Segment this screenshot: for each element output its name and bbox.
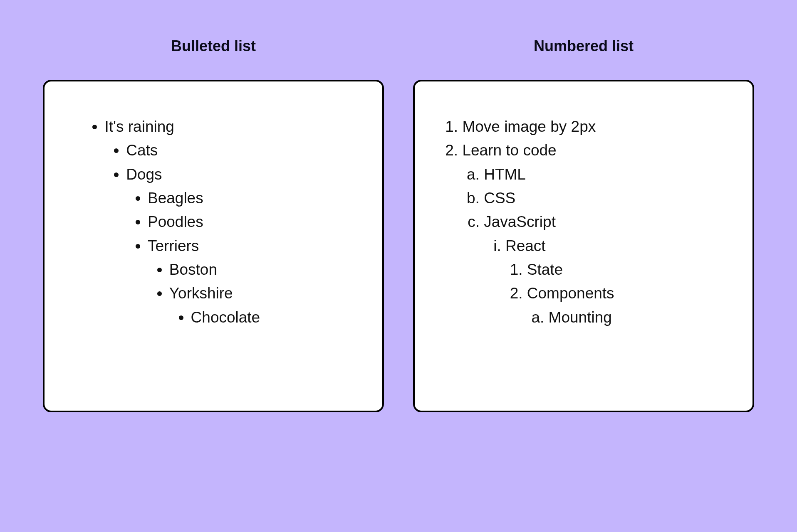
numbered-sublist: StateComponentsMounting xyxy=(505,258,728,329)
list-item-label: Beagles xyxy=(148,190,203,207)
numbered-title: Numbered list xyxy=(534,37,634,55)
list-item-label: Mounting xyxy=(549,309,612,326)
list-item: Mounting xyxy=(549,305,728,329)
list-item-label: Dogs xyxy=(126,166,162,183)
bulleted-card: It's rainingCatsDogsBeaglesPoodlesTerrie… xyxy=(43,80,384,412)
list-item: ComponentsMounting xyxy=(527,281,728,329)
bulleted-panel: Bulleted list It's rainingCatsDogsBeagle… xyxy=(43,37,384,495)
list-item: YorkshireChocolate xyxy=(169,281,357,329)
list-item: HTML xyxy=(484,163,728,186)
list-item: ReactStateComponentsMounting xyxy=(505,234,728,329)
numbered-sublist: Mounting xyxy=(527,305,728,329)
list-item-label: Poodles xyxy=(148,213,203,230)
list-item: State xyxy=(527,258,728,281)
list-item-label: JavaScript xyxy=(484,213,556,230)
list-item-label: State xyxy=(527,261,563,278)
list-item-label: CSS xyxy=(484,190,515,207)
bulleted-list: It's rainingCatsDogsBeaglesPoodlesTerrie… xyxy=(86,115,357,329)
numbered-card: Move image by 2pxLearn to codeHTMLCSSJav… xyxy=(413,80,754,412)
list-item: Chocolate xyxy=(191,305,357,329)
list-item-label: Boston xyxy=(169,261,217,278)
list-item: Poodles xyxy=(148,210,357,234)
bulleted-sublist: Chocolate xyxy=(169,305,357,329)
numbered-sublist: ReactStateComponentsMounting xyxy=(484,234,728,329)
list-item-label: Learn to code xyxy=(462,142,556,159)
list-item: CSS xyxy=(484,186,728,210)
list-item: Beagles xyxy=(148,186,357,210)
list-item: It's rainingCatsDogsBeaglesPoodlesTerrie… xyxy=(104,115,357,329)
list-item-label: Cats xyxy=(126,142,158,159)
list-item-label: Yorkshire xyxy=(169,285,233,302)
list-item-label: Components xyxy=(527,285,614,302)
bulleted-sublist: BeaglesPoodlesTerriersBostonYorkshireCho… xyxy=(126,186,357,329)
list-item-label: HTML xyxy=(484,166,526,183)
list-item-label: Move image by 2px xyxy=(462,118,596,135)
list-item-label: Terriers xyxy=(148,237,199,254)
list-item: Cats xyxy=(126,138,357,162)
list-item: Learn to codeHTMLCSSJavaScriptReactState… xyxy=(462,138,728,329)
list-item: DogsBeaglesPoodlesTerriersBostonYorkshir… xyxy=(126,163,357,329)
list-item-label: Chocolate xyxy=(191,309,260,326)
bulleted-sublist: CatsDogsBeaglesPoodlesTerriersBostonYork… xyxy=(104,138,357,329)
list-item: Move image by 2px xyxy=(462,115,728,138)
list-item: TerriersBostonYorkshireChocolate xyxy=(148,234,357,329)
numbered-sublist: HTMLCSSJavaScriptReactStateComponentsMou… xyxy=(462,163,728,329)
bulleted-sublist: BostonYorkshireChocolate xyxy=(148,258,357,329)
bulleted-title: Bulleted list xyxy=(171,37,256,55)
list-item-label: React xyxy=(505,237,546,254)
list-item: JavaScriptReactStateComponentsMounting xyxy=(484,210,728,329)
numbered-list: Move image by 2pxLearn to codeHTMLCSSJav… xyxy=(444,115,728,329)
list-item-label: It's raining xyxy=(104,118,174,135)
list-item: Boston xyxy=(169,258,357,281)
numbered-panel: Numbered list Move image by 2pxLearn to … xyxy=(413,37,754,495)
